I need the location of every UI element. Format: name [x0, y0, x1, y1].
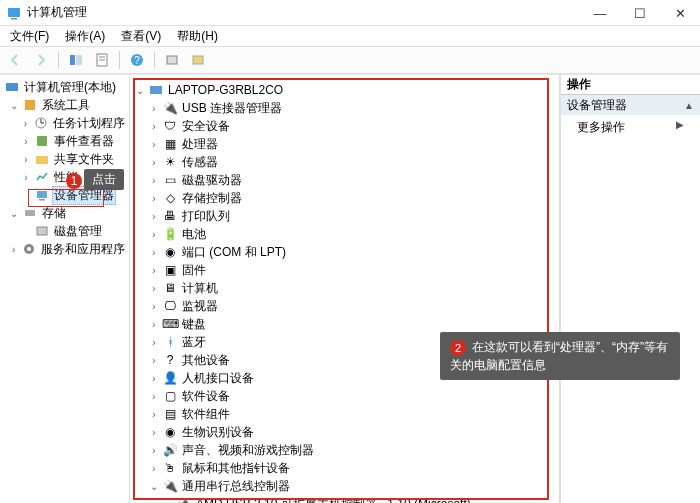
expand-icon[interactable]: ›	[148, 318, 160, 330]
device-label: 固件	[180, 262, 208, 279]
expand-icon[interactable]: ›	[148, 264, 160, 276]
forward-button[interactable]	[30, 49, 52, 71]
cat-sensor[interactable]: ›☀传感器	[134, 153, 555, 171]
close-button[interactable]: ✕	[660, 0, 700, 26]
cat-mouse[interactable]: ›🖱鼠标和其他指针设备	[134, 459, 555, 477]
annotation-badge-1: 1	[66, 173, 82, 189]
show-hide-tree-button[interactable]	[65, 49, 87, 71]
expand-icon[interactable]: ›	[148, 372, 160, 384]
svg-rect-20	[25, 210, 35, 216]
cat-sw-components[interactable]: ›▤软件组件	[134, 405, 555, 423]
expand-icon[interactable]: ›	[148, 246, 160, 258]
expand-icon[interactable]: ›	[8, 243, 20, 255]
cat-computer[interactable]: ›🖥计算机	[134, 279, 555, 297]
expand-icon[interactable]: ›	[148, 408, 160, 420]
cat-biometric[interactable]: ›◉生物识别设备	[134, 423, 555, 441]
svg-rect-1	[11, 18, 17, 20]
expand-icon[interactable]: ›	[148, 102, 160, 114]
cat-audio-video[interactable]: ›🔊声音、视频和游戏控制器	[134, 441, 555, 459]
menu-file[interactable]: 文件(F)	[4, 27, 55, 46]
actions-pane: 操作 设备管理器 ▲ 更多操作 ▶	[560, 75, 700, 503]
toolbar-btn-b[interactable]	[187, 49, 209, 71]
cat-keyboard[interactable]: ›⌨键盘	[134, 315, 555, 333]
cat-disk[interactable]: ›▭磁盘驱动器	[134, 171, 555, 189]
svg-rect-12	[25, 100, 35, 110]
cpu-icon: ▦	[162, 136, 178, 152]
device-label: 通用串行总线控制器	[180, 478, 292, 495]
expand-icon[interactable]: ›	[148, 336, 160, 348]
tools-icon	[22, 97, 38, 113]
tree-label: 服务和应用程序	[39, 241, 127, 258]
app-icon	[6, 5, 22, 21]
collapse-icon[interactable]: ⌄	[134, 84, 146, 96]
expand-icon[interactable]: ›	[148, 444, 160, 456]
device-tree-pane[interactable]: ⌄ LAPTOP-G3RBL2CO ›🔌USB 连接器管理器 ›🛡安全设备 ›▦…	[130, 75, 560, 503]
cat-security[interactable]: ›🛡安全设备	[134, 117, 555, 135]
storage-icon	[22, 205, 38, 221]
shared-folder-icon	[34, 151, 50, 167]
cat-battery[interactable]: ›🔋电池	[134, 225, 555, 243]
expand-icon[interactable]: ›	[20, 135, 32, 147]
help-button[interactable]: ?	[126, 49, 148, 71]
expand-icon[interactable]: ›	[148, 282, 160, 294]
component-icon: ▤	[162, 406, 178, 422]
maximize-button[interactable]: ☐	[620, 0, 660, 26]
tree-event-viewer[interactable]: › 事件查看器	[2, 132, 127, 150]
expand-icon[interactable]: ›	[148, 120, 160, 132]
back-button[interactable]	[4, 49, 26, 71]
actions-more[interactable]: 更多操作 ▶	[561, 115, 700, 140]
tree-root[interactable]: 计算机管理(本地)	[2, 78, 127, 96]
tree-label: 磁盘管理	[52, 223, 104, 240]
menu-view[interactable]: 查看(V)	[115, 27, 167, 46]
expand-icon[interactable]: ›	[148, 462, 160, 474]
expand-icon[interactable]: ›	[148, 390, 160, 402]
device-label: 传感器	[180, 154, 220, 171]
expand-icon[interactable]: ›	[148, 156, 160, 168]
tree-shared-folders[interactable]: › 共享文件夹	[2, 150, 127, 168]
cat-sw-devices[interactable]: ›▢软件设备	[134, 387, 555, 405]
expand-icon[interactable]: ›	[148, 210, 160, 222]
cat-cpu[interactable]: ›▦处理器	[134, 135, 555, 153]
tree-task-scheduler[interactable]: › 任务计划程序	[2, 114, 127, 132]
cat-ports[interactable]: ›◉端口 (COM 和 LPT)	[134, 243, 555, 261]
device-label: 存储控制器	[180, 190, 244, 207]
expand-icon[interactable]: ›	[148, 138, 160, 150]
services-icon	[21, 241, 37, 257]
expand-icon[interactable]: ›	[20, 171, 32, 183]
expand-icon[interactable]: ›	[148, 354, 160, 366]
tree-services[interactable]: › 服务和应用程序	[2, 240, 127, 258]
minimize-button[interactable]: —	[580, 0, 620, 26]
menu-action[interactable]: 操作(A)	[59, 27, 111, 46]
cat-storage-ctrl[interactable]: ›◇存储控制器	[134, 189, 555, 207]
collapse-icon[interactable]: ⌄	[8, 99, 20, 111]
cat-print[interactable]: ›🖶打印队列	[134, 207, 555, 225]
annotation-frame-1	[28, 189, 104, 207]
expand-icon[interactable]: ›	[148, 192, 160, 204]
cat-monitor[interactable]: ›🖵监视器	[134, 297, 555, 315]
toolbar-btn-a[interactable]	[161, 49, 183, 71]
menu-help[interactable]: 帮助(H)	[171, 27, 224, 46]
mouse-icon: 🖱	[162, 460, 178, 476]
pc-icon: 🖥	[162, 280, 178, 296]
cat-usb-ctrl[interactable]: ⌄🔌通用串行总线控制器	[134, 477, 555, 495]
collapse-icon[interactable]: ⌄	[148, 480, 160, 492]
svg-rect-9	[167, 56, 177, 64]
expand-icon[interactable]: ›	[20, 117, 32, 129]
expand-icon[interactable]: ›	[148, 228, 160, 240]
expand-icon[interactable]: ›	[20, 153, 32, 165]
expand-icon[interactable]: ›	[148, 300, 160, 312]
cat-firmware[interactable]: ›▣固件	[134, 261, 555, 279]
properties-button[interactable]	[91, 49, 113, 71]
tree-system-tools[interactable]: ⌄ 系统工具	[2, 96, 127, 114]
usb-child[interactable]: 🔌AMD USB 3.10 可扩展主机控制器 - 1.10 (Microsoft…	[134, 495, 555, 503]
tree-disk-mgmt[interactable]: 磁盘管理	[2, 222, 127, 240]
cat-usb-connector[interactable]: ›🔌USB 连接器管理器	[134, 99, 555, 117]
actions-section[interactable]: 设备管理器 ▲	[561, 95, 700, 115]
tree-label: 存储	[40, 205, 68, 222]
expand-icon[interactable]: ›	[148, 174, 160, 186]
expand-icon[interactable]: ›	[148, 426, 160, 438]
device-label: 磁盘驱动器	[180, 172, 244, 189]
collapse-icon[interactable]: ⌄	[8, 207, 20, 219]
tree-label: 任务计划程序	[51, 115, 127, 132]
device-root[interactable]: ⌄ LAPTOP-G3RBL2CO	[134, 81, 555, 99]
